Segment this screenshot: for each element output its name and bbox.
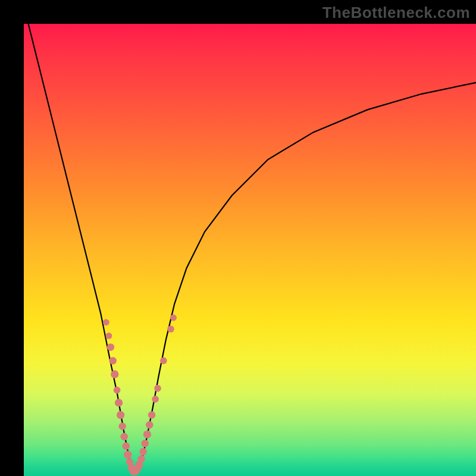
bead-marker [107,343,115,351]
bead-marker [167,325,174,333]
credit-watermark: TheBottleneck.com [322,4,470,22]
bead-marker [103,319,109,325]
bead-marker [148,411,156,419]
bead-marker [170,315,177,321]
bead-marker [139,448,147,456]
bead-marker [111,370,118,378]
bead-marker [117,411,124,419]
plot-area [24,24,476,476]
bead-marker [160,357,167,364]
bead-marker [143,430,151,438]
bead-marker [122,443,130,450]
bead-marker [141,440,149,447]
bead-marker [114,387,121,394]
bead-marker [109,357,117,365]
bead-marker [152,396,159,403]
bead-marker [137,455,145,463]
bead-marker [146,421,154,429]
bead-marker [154,385,161,392]
bead-marker [124,451,131,459]
bottleneck-curve [29,24,476,473]
bead-marker [118,422,126,430]
bead-marker [105,333,112,339]
bead-marker [115,399,123,406]
chart-frame: TheBottleneck.com [0,0,476,476]
bead-marker [120,433,128,441]
curve-svg [24,24,476,476]
